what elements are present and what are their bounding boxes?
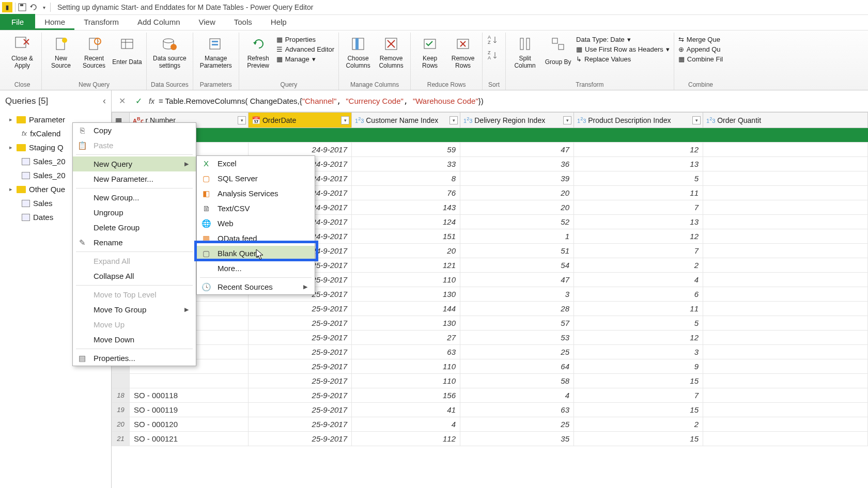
filter-icon[interactable]: ▾ bbox=[692, 116, 701, 124]
svg-rect-17 bbox=[212, 41, 218, 42]
append-queries-button[interactable]: ⊕Append Qu bbox=[678, 45, 723, 53]
ctx-ungroup[interactable]: Ungroup bbox=[73, 205, 196, 220]
cancel-formula-icon[interactable]: ✕ bbox=[116, 95, 128, 107]
sub-recent-sources[interactable]: 🕓Recent Sources▶ bbox=[197, 279, 315, 294]
ctx-new-query[interactable]: New Query▶ bbox=[73, 156, 196, 171]
ctx-new-group[interactable]: New Group... bbox=[73, 190, 196, 205]
ctx-delete-group[interactable]: Delete Group bbox=[73, 220, 196, 235]
formula-text[interactable]: = Table.RemoveColumns( ChangeDates,{"Cha… bbox=[159, 97, 864, 106]
blank-query-icon: ▢ bbox=[201, 249, 211, 258]
properties-button[interactable]: ▦Properties bbox=[276, 36, 334, 43]
col-customer-name-index[interactable]: 123 Customer Name Index▾ bbox=[352, 113, 460, 128]
sort-desc-button[interactable]: ZA bbox=[487, 49, 501, 64]
save-icon[interactable] bbox=[18, 3, 28, 11]
dropdown-icon[interactable]: ▾ bbox=[41, 5, 48, 10]
data-source-settings-button[interactable]: Data source settings bbox=[151, 34, 188, 70]
table-row[interactable]: 25-9-2017275312 bbox=[112, 330, 868, 345]
combine-files-button[interactable]: ▦Combine Fil bbox=[678, 55, 723, 63]
split-column-button[interactable]: Split Column bbox=[510, 34, 540, 70]
undo-icon[interactable] bbox=[29, 3, 40, 11]
fx-icon[interactable]: fx bbox=[149, 97, 154, 105]
collapse-panel-icon[interactable]: ‹ bbox=[103, 96, 106, 106]
svg-rect-11 bbox=[121, 39, 133, 49]
tab-view[interactable]: View bbox=[190, 14, 225, 30]
context-submenu-new-query: XExcel ▢SQL Server ◧Analysis Services 🗎T… bbox=[196, 155, 315, 295]
col-delivery-region-index[interactable]: 123 Delivery Region Index▾ bbox=[460, 113, 574, 128]
tab-file[interactable]: File bbox=[0, 14, 35, 30]
table-row[interactable]: 25-9-20171442811 bbox=[112, 302, 868, 316]
group-label-query: Query bbox=[281, 80, 298, 90]
col-order-date[interactable]: 📅 OrderDate▾ bbox=[249, 113, 352, 128]
ctx-move-to-group[interactable]: Move To Group▶ bbox=[73, 302, 196, 317]
tab-transform[interactable]: Transform bbox=[74, 14, 128, 30]
sub-sql-server[interactable]: ▢SQL Server bbox=[197, 171, 315, 186]
close-apply-button[interactable]: Close & Apply bbox=[7, 34, 37, 70]
table-row[interactable]: 24-9-2017594712 bbox=[112, 143, 868, 157]
ctx-move-top-level: Move to Top Level bbox=[73, 287, 196, 302]
group-by-button[interactable]: Group By bbox=[543, 34, 573, 70]
merge-queries-button[interactable]: ⇆Merge Que bbox=[678, 36, 723, 43]
table-row[interactable]: 25-9-2017110649 bbox=[112, 359, 868, 374]
keep-rows-button[interactable]: Keep Rows bbox=[415, 34, 445, 70]
svg-rect-18 bbox=[212, 44, 218, 45]
remove-rows-button[interactable]: Remove Rows bbox=[448, 34, 478, 70]
context-menu-queries: ⎘Copy 📋Paste New Query▶ New Parameter...… bbox=[72, 122, 196, 366]
advanced-editor-button[interactable]: ☰Advanced Editor bbox=[276, 45, 334, 53]
sub-analysis-services[interactable]: ◧Analysis Services bbox=[197, 186, 315, 201]
manage-parameters-button[interactable]: Manage Parameters bbox=[197, 34, 235, 70]
svg-rect-35 bbox=[559, 44, 564, 50]
odata-icon: ▦ bbox=[201, 234, 211, 243]
ctx-move-down[interactable]: Move Down bbox=[73, 332, 196, 347]
recent-icon: 🕓 bbox=[201, 282, 211, 292]
sub-web[interactable]: 🌐Web bbox=[197, 216, 315, 231]
sub-excel[interactable]: XExcel bbox=[197, 156, 315, 171]
table-row[interactable]: 25-9-201763253 bbox=[112, 345, 868, 359]
sub-odata-feed[interactable]: ▦OData feed bbox=[197, 231, 315, 246]
tab-add-column[interactable]: Add Column bbox=[128, 14, 190, 30]
new-source-button[interactable]: New Source bbox=[46, 34, 76, 70]
col-order-quantity[interactable]: 123 Order Quantit bbox=[703, 113, 868, 128]
replace-values-button[interactable]: ↳Replace Values bbox=[576, 55, 670, 63]
sub-text-csv[interactable]: 🗎Text/CSV bbox=[197, 201, 315, 216]
svg-point-6 bbox=[62, 38, 67, 43]
remove-columns-button[interactable]: Remove Columns bbox=[376, 34, 406, 70]
ctx-rename[interactable]: ✎Rename bbox=[73, 235, 196, 250]
ctx-collapse-all[interactable]: Collapse All bbox=[73, 269, 196, 284]
ctx-properties[interactable]: ▤Properties... bbox=[73, 351, 196, 366]
ribbon-tabs: File Home Transform Add Column View Tool… bbox=[0, 15, 868, 30]
filter-icon[interactable]: ▾ bbox=[341, 116, 349, 124]
tab-help[interactable]: Help bbox=[261, 14, 296, 30]
rename-icon: ✎ bbox=[77, 238, 87, 247]
ctx-copy[interactable]: ⎘Copy bbox=[73, 123, 196, 138]
recent-sources-button[interactable]: Recent Sources bbox=[79, 34, 109, 70]
group-label-reducerows: Reduce Rows bbox=[427, 80, 466, 90]
excel-icon: X bbox=[201, 159, 211, 168]
filter-icon[interactable]: ▾ bbox=[450, 116, 458, 124]
advanced-editor-icon: ☰ bbox=[276, 45, 283, 53]
sort-asc-button[interactable]: AZ bbox=[487, 34, 501, 48]
table-row[interactable]: 18SO - 00011825-9-201715647 bbox=[112, 388, 868, 403]
data-type-button[interactable]: Data Type: Date ▾ bbox=[576, 36, 670, 43]
filter-icon[interactable]: ▾ bbox=[238, 116, 246, 124]
table-row[interactable]: 25-9-2017130575 bbox=[112, 316, 868, 330]
titlebar: ▮ ▾ Setting up dynamic Start- and Enddat… bbox=[0, 0, 868, 15]
table-row[interactable]: 20SO - 00012025-9-20174252 bbox=[112, 417, 868, 432]
svg-rect-33 bbox=[526, 38, 530, 50]
sub-more[interactable]: More... bbox=[197, 261, 315, 276]
group-label-sort: Sort bbox=[488, 80, 500, 90]
table-row[interactable]: 19SO - 00011925-9-2017416315 bbox=[112, 403, 868, 417]
table-row[interactable]: 21SO - 00012125-9-20171123515 bbox=[112, 432, 868, 446]
properties-icon: ▤ bbox=[77, 354, 87, 363]
choose-columns-button[interactable]: Choose Columns bbox=[343, 34, 373, 70]
manage-button[interactable]: ▦Manage ▾ bbox=[276, 55, 334, 63]
table-row[interactable]: 25-9-20171105815 bbox=[112, 374, 868, 388]
col-product-description-index[interactable]: 123 Product Description Index▾ bbox=[574, 113, 703, 128]
ctx-new-parameter[interactable]: New Parameter... bbox=[73, 171, 196, 186]
accept-formula-icon[interactable]: ✓ bbox=[132, 95, 145, 107]
use-first-row-button[interactable]: ▦Use First Row as Headers ▾ bbox=[576, 45, 670, 53]
tab-tools[interactable]: Tools bbox=[225, 14, 261, 30]
enter-data-button[interactable]: Enter Data bbox=[112, 34, 142, 70]
tab-home[interactable]: Home bbox=[35, 14, 74, 30]
refresh-preview-button[interactable]: Refresh Preview bbox=[243, 34, 273, 70]
filter-icon[interactable]: ▾ bbox=[563, 116, 571, 124]
